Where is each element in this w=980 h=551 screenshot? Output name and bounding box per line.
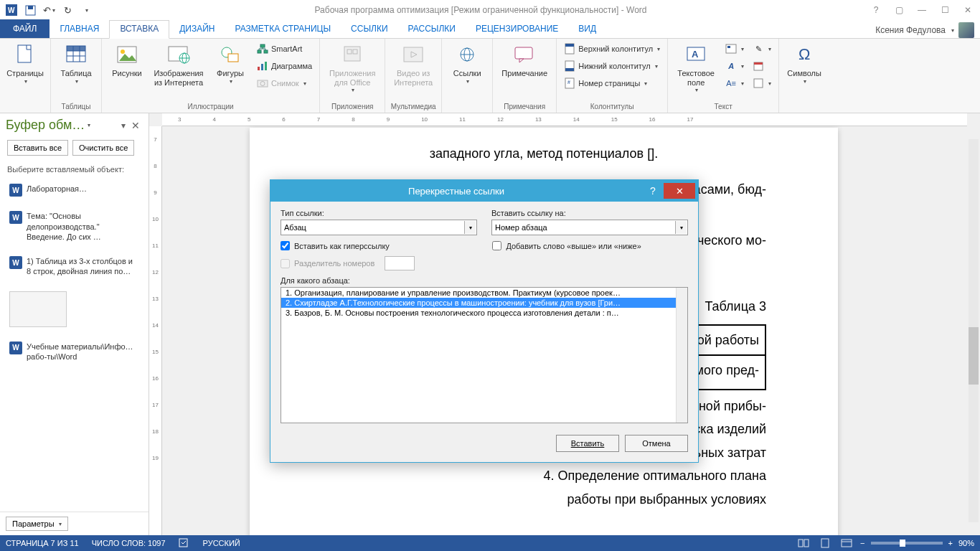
zoom-out-icon[interactable]: − xyxy=(860,539,864,547)
insert-button[interactable]: Вставить xyxy=(556,435,619,452)
pages-button[interactable]: Страницы▾ xyxy=(4,40,46,85)
group-label-media: Мультимедиа xyxy=(390,101,437,113)
tab-file[interactable]: ФАЙЛ xyxy=(0,19,50,38)
cancel-button[interactable]: Отмена xyxy=(625,435,688,452)
tab-ссылки[interactable]: ССЫЛКИ xyxy=(341,21,397,38)
shapes-button[interactable]: Фигуры▾ xyxy=(209,40,251,85)
group-apps: Приложения для Office▾ Приложения xyxy=(320,39,385,113)
hyperlink-checkbox[interactable]: Вставить как гиперссылку xyxy=(281,241,390,250)
word-app-icon[interactable]: W xyxy=(3,2,20,18)
svg-rect-51 xyxy=(754,79,763,88)
table-button[interactable]: Таблица▾ xyxy=(55,40,97,85)
group-illustrations: Рисунки Изображения из Интернета Фигуры▾… xyxy=(102,39,320,113)
clipboard-items: WЛабораторная…WТема: "Основы делопроизво… xyxy=(0,179,149,512)
footer-button[interactable]: Нижний колонтитул▾ xyxy=(561,57,663,75)
page-number-button[interactable]: #Номер страницы▾ xyxy=(561,75,663,92)
view-web-icon[interactable] xyxy=(839,537,854,550)
online-video-button[interactable]: Видео из Интернета xyxy=(390,40,437,87)
clipboard-item[interactable]: WТема: "Основы делопроизводства." Введен… xyxy=(4,206,144,247)
svg-rect-54 xyxy=(804,540,809,547)
redo-icon[interactable]: ↻ xyxy=(59,2,76,18)
clipboard-item[interactable]: WУчебные материалы\Инфо… рабо-ты\Word xyxy=(4,336,144,367)
proofing-icon[interactable] xyxy=(179,537,190,549)
online-pictures-button[interactable]: Изображения из Интернета xyxy=(151,40,207,87)
page-indicator[interactable]: СТРАНИЦА 7 ИЗ 11 xyxy=(6,539,79,547)
undo-icon[interactable]: ↶▾ xyxy=(40,2,57,18)
minimize-icon[interactable]: — xyxy=(913,3,931,17)
online-picture-icon xyxy=(167,43,190,66)
ribbon-display-icon[interactable]: ▢ xyxy=(890,3,908,17)
close-icon[interactable]: ✕ xyxy=(958,3,977,17)
wordart-button[interactable]: A▾ xyxy=(722,57,747,75)
zoom-in-icon[interactable]: + xyxy=(948,539,953,547)
list-item[interactable]: 1. Организация, планирование и управлени… xyxy=(281,288,687,298)
object-icon xyxy=(753,77,764,89)
clear-all-button[interactable]: Очистить все xyxy=(72,140,134,156)
save-icon[interactable] xyxy=(22,2,39,18)
language-indicator[interactable]: РУССКИЙ xyxy=(203,539,240,547)
paragraph-listbox[interactable]: 1. Организация, планирование и управлени… xyxy=(281,287,688,423)
office-apps-button[interactable]: Приложения для Office▾ xyxy=(324,40,380,93)
chart-button[interactable]: Диаграмма xyxy=(254,57,315,75)
tab-рецензирование[interactable]: РЕЦЕНЗИРОВАНИЕ xyxy=(466,21,568,38)
symbols-button[interactable]: Ω Символы▾ xyxy=(783,40,825,85)
object-button[interactable]: ▾ xyxy=(750,75,774,92)
tab-вставка[interactable]: ВСТАВКА xyxy=(109,20,169,39)
pictures-button[interactable]: Рисунки xyxy=(106,40,148,78)
clipboard-item[interactable]: W1) Таблица из 3-х столбцов и 8 строк, д… xyxy=(4,251,144,282)
datetime-button[interactable] xyxy=(750,57,774,75)
zoom-thumb[interactable] xyxy=(900,540,905,547)
word-doc-icon: W xyxy=(9,211,22,224)
svg-rect-4 xyxy=(18,45,31,62)
header-button[interactable]: Верхний колонтитул▾ xyxy=(561,40,663,57)
dialog-help-icon[interactable]: ? xyxy=(642,185,664,197)
dropcap-button[interactable]: A≡▾ xyxy=(722,75,747,92)
svg-point-12 xyxy=(121,50,125,54)
tab-вид[interactable]: ВИД xyxy=(568,21,606,38)
maximize-icon[interactable]: ☐ xyxy=(936,3,954,17)
comment-button[interactable]: Примечание xyxy=(497,40,552,78)
window-title: Рабочая программа оптимизация [Режим огр… xyxy=(95,5,867,15)
above-below-checkbox[interactable]: Добавить слово «выше» или «ниже» xyxy=(492,241,688,250)
tab-дизайн[interactable]: ДИЗАЙН xyxy=(169,21,225,38)
insert-ref-select[interactable]: Номер абзаца▾ xyxy=(491,220,688,235)
zoom-slider[interactable] xyxy=(871,542,943,545)
svg-text:W: W xyxy=(8,6,15,14)
list-item[interactable]: 2. Схиртладзе А.Г.Технологические процес… xyxy=(281,298,687,308)
view-print-icon[interactable] xyxy=(817,537,833,550)
insert-ref-label: Вставить ссылку на: xyxy=(491,209,688,217)
tab-главная[interactable]: ГЛАВНАЯ xyxy=(50,21,109,38)
separator-checkbox: Разделитель номеров xyxy=(281,256,415,270)
tab-разметка страницы[interactable]: РАЗМЕТКА СТРАНИЦЫ xyxy=(225,21,341,38)
close-pane-icon[interactable]: ✕ xyxy=(128,120,143,131)
textbox-button[interactable]: A Текстовое поле▾ xyxy=(672,40,720,93)
word-count[interactable]: ЧИСЛО СЛОВ: 1097 xyxy=(92,539,166,547)
dialog-close-icon[interactable]: ✕ xyxy=(664,183,695,199)
scrollbar-thumb[interactable] xyxy=(969,327,979,385)
clipboard-item[interactable] xyxy=(4,286,144,332)
links-button[interactable]: Ссылки▾ xyxy=(446,40,488,85)
comment-icon xyxy=(513,43,536,66)
insert-all-button[interactable]: Вставить все xyxy=(7,140,68,156)
smartart-button[interactable]: SmartArt xyxy=(254,40,315,57)
help-icon[interactable]: ? xyxy=(867,3,885,17)
vertical-scrollbar[interactable] xyxy=(967,126,980,535)
view-read-icon[interactable] xyxy=(796,537,811,550)
list-item[interactable]: 3. Базров, Б. М. Основы построения техно… xyxy=(281,308,687,318)
pin-icon[interactable]: ▾ xyxy=(118,121,128,131)
zoom-level[interactable]: 90% xyxy=(958,539,974,547)
horizontal-ruler[interactable]: 34567891011121314151617 xyxy=(162,113,967,126)
tab-рассылки[interactable]: РАССЫЛКИ xyxy=(398,21,466,38)
screenshot-button[interactable]: Снимок▾ xyxy=(254,75,315,92)
chevron-down-icon[interactable]: ▾ xyxy=(88,122,90,128)
dialog-titlebar[interactable]: Перекрестные ссылки ? ✕ xyxy=(270,180,698,202)
user-area[interactable]: Ксения Федулова ▾ xyxy=(875,22,980,38)
clipboard-item[interactable]: WЛабораторная… xyxy=(4,179,144,202)
clipboard-options-button[interactable]: Параметры▾ xyxy=(6,517,68,531)
ref-type-select[interactable]: Абзац▾ xyxy=(281,220,477,235)
qat-customize-icon[interactable]: ▾ xyxy=(77,2,95,18)
quickparts-button[interactable]: ▾ xyxy=(722,40,747,57)
vertical-ruler[interactable]: 78910111213141516171819 xyxy=(149,126,162,535)
listbox-scrollbar[interactable] xyxy=(676,288,687,423)
signature-button[interactable]: ✎▾ xyxy=(750,40,774,57)
